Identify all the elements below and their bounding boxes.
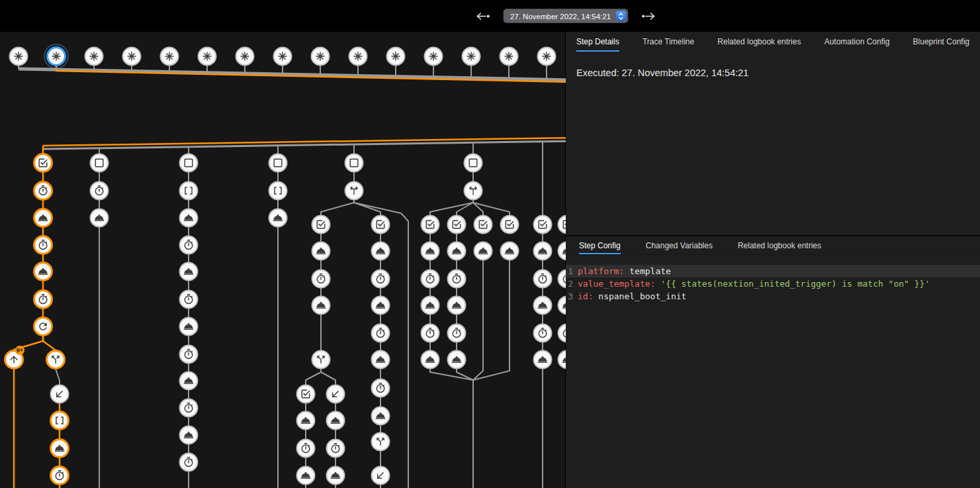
graph-node-timer[interactable]	[180, 236, 198, 254]
graph-node-asterisk[interactable]	[44, 44, 68, 68]
previous-trace-button[interactable]	[472, 9, 494, 23]
graph-node-timer[interactable]	[312, 270, 330, 288]
graph-node-timer[interactable]	[34, 236, 52, 254]
graph-node-service[interactable]	[180, 426, 198, 444]
graph-node-service[interactable]	[372, 351, 390, 369]
graph-node-checkbox-marked[interactable]	[34, 154, 52, 172]
graph-node-arrow-decision[interactable]	[465, 182, 482, 200]
graph-node-arrow-bottom-left[interactable]	[372, 467, 390, 485]
graph-node-call-split[interactable]	[312, 351, 330, 369]
graph-node-asterisk[interactable]	[538, 48, 556, 66]
graph-node-timer[interactable]	[297, 440, 315, 458]
graph-node-asterisk[interactable]	[387, 48, 405, 66]
graph-node-timer[interactable]	[51, 467, 69, 485]
graph-node-service[interactable]	[501, 242, 519, 260]
graph-node-checkbox-blank[interactable]	[91, 154, 109, 172]
graph-node-asterisk[interactable]	[161, 48, 179, 66]
graph-node-checkbox-marked[interactable]	[312, 216, 330, 234]
graph-node-timer[interactable]	[180, 346, 198, 364]
graph-node-checkbox-blank[interactable]	[345, 154, 363, 172]
graph-node-checkbox-blank[interactable]	[269, 154, 287, 172]
graph-node-asterisk[interactable]	[312, 48, 330, 66]
graph-node-service[interactable]	[372, 242, 390, 260]
graph-node-checkbox-marked[interactable]	[501, 216, 519, 234]
graph-node-timer[interactable]	[448, 324, 466, 342]
graph-node-checkbox-marked[interactable]	[422, 216, 439, 234]
graph-node-service[interactable]	[534, 242, 552, 260]
graph-node-checkbox-blank[interactable]	[465, 154, 482, 172]
graph-node-asterisk[interactable]	[425, 48, 443, 66]
graph-node-timer[interactable]	[34, 291, 52, 309]
graph-node-asterisk[interactable]	[10, 48, 28, 66]
graph-node-asterisk[interactable]	[85, 48, 103, 66]
tab-step-details[interactable]: Step Details	[576, 32, 619, 52]
graph-node-checkbox-marked[interactable]	[534, 216, 552, 234]
graph-node-service[interactable]	[91, 209, 109, 227]
graph-node-service[interactable]	[474, 242, 492, 260]
graph-node-service[interactable]	[372, 297, 390, 315]
graph-node-service[interactable]	[327, 412, 345, 430]
graph-node-timer[interactable]	[180, 399, 198, 417]
graph-node-service[interactable]	[180, 263, 198, 281]
tab-related-logbook-entries[interactable]: Related logbook entries	[717, 32, 801, 52]
graph-node-asterisk[interactable]	[274, 48, 292, 66]
graph-node-timer[interactable]	[422, 324, 439, 342]
graph-node-service[interactable]	[180, 372, 198, 390]
graph-node-service[interactable]	[422, 351, 439, 369]
graph-node-checkbox-marked[interactable]	[448, 216, 466, 234]
graph-node-timer[interactable]	[180, 291, 198, 309]
tab-changed-variables[interactable]: Changed Variables	[646, 236, 713, 254]
graph-node-service[interactable]	[312, 242, 330, 260]
graph-node-asterisk[interactable]	[463, 48, 480, 66]
graph-node-arrow-bottom-left[interactable]	[327, 385, 345, 403]
graph-node-call-split[interactable]	[372, 433, 390, 451]
graph-node-timer[interactable]	[91, 182, 109, 200]
graph-node-timer[interactable]	[558, 324, 566, 342]
graph-node-service[interactable]	[558, 297, 566, 315]
graph-node-timer[interactable]	[534, 324, 552, 342]
tab-blueprint-config[interactable]: Blueprint Config	[913, 32, 969, 52]
graph-node-arrow-decision[interactable]	[345, 182, 363, 200]
tab-trace-timeline[interactable]: Trace Timeline	[643, 32, 694, 52]
trace-selector[interactable]: 27. November 2022, 14:54:21	[504, 9, 628, 23]
graph-node-checkbox-blank[interactable]	[180, 154, 198, 172]
graph-node-code-brackets[interactable]	[269, 182, 287, 200]
graph-node-checkbox-marked[interactable]	[558, 216, 566, 234]
graph-node-service[interactable]	[534, 297, 552, 315]
graph-node-service[interactable]	[448, 351, 466, 369]
graph-node-asterisk[interactable]	[199, 48, 216, 66]
graph-node-timer[interactable]	[180, 454, 198, 471]
graph-node-asterisk[interactable]	[500, 48, 518, 66]
graph-node-service[interactable]	[558, 242, 566, 260]
graph-node-timer[interactable]	[422, 270, 439, 288]
graph-node-service[interactable]	[422, 242, 439, 260]
graph-node-timer[interactable]	[534, 270, 552, 288]
graph-node-service[interactable]	[297, 467, 315, 485]
graph-node-service[interactable]	[327, 467, 345, 485]
graph-node-timer[interactable]	[372, 324, 390, 342]
graph-node-service[interactable]	[34, 263, 52, 281]
graph-node-service[interactable]	[558, 351, 566, 369]
graph-node-call-split[interactable]	[47, 351, 65, 369]
graph-node-checkbox-marked[interactable]	[474, 216, 492, 234]
graph-node-checkbox-marked[interactable]	[372, 216, 390, 234]
graph-node-refresh[interactable]	[34, 318, 52, 336]
graph-node-service[interactable]	[34, 209, 52, 227]
graph-node-service[interactable]	[534, 351, 552, 369]
graph-node-service[interactable]	[448, 297, 466, 315]
graph-node-timer[interactable]	[558, 270, 566, 288]
graph-node-timer[interactable]	[448, 270, 466, 288]
graph-node-service[interactable]	[269, 209, 287, 227]
graph-node-service[interactable]	[448, 242, 466, 260]
graph-node-service[interactable]	[297, 412, 315, 430]
graph-node-asterisk[interactable]	[349, 48, 367, 66]
graph-node-checkbox-marked[interactable]	[297, 385, 315, 403]
graph-node-asterisk[interactable]	[236, 48, 254, 66]
graph-node-service[interactable]	[51, 440, 69, 458]
graph-node-code-brackets[interactable]	[51, 412, 69, 430]
graph-node-asterisk[interactable]	[123, 48, 141, 66]
graph-node-code-brackets[interactable]	[180, 182, 198, 200]
tab-related-logbook-entries[interactable]: Related logbook entries	[738, 236, 821, 254]
graph-node-service[interactable]	[372, 407, 390, 425]
graph-node-timer[interactable]	[327, 440, 345, 458]
